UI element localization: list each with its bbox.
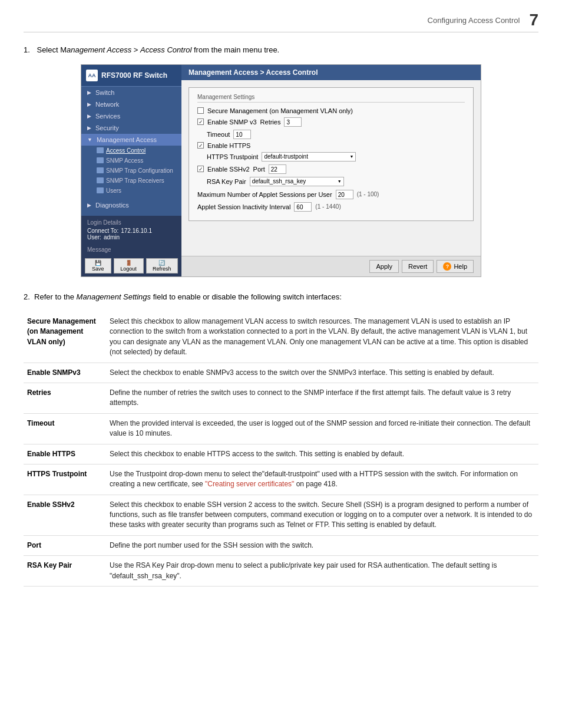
secure-management-row: Secure Management (on Management VLAN on… [197,107,465,114]
sidebar-subitem-snmp-trap-receivers[interactable]: SNMP Trap Receivers [92,176,181,186]
port-label: Port [253,166,265,173]
snmp-trap-receivers-icon [97,177,104,183]
sidebar-subitem-snmp-trap-config[interactable]: SNMP Trap Configuration [92,166,181,176]
retries-input[interactable]: 3 [284,117,302,127]
https-trustpoint-select[interactable]: default-trustpoint [262,152,356,162]
sidebar-label-security: Security [95,124,119,131]
def-port: Define the port number used for the SSH … [106,535,538,555]
chapter-title: Configuring Access Control [428,16,520,25]
management-settings-box: Management Settings Secure Management (o… [189,87,474,221]
max-sessions-input[interactable]: 20 [336,190,353,199]
page-header: Configuring Access Control 7 [24,12,538,32]
step1-number: 1. [24,45,30,54]
main-panel-footer: Apply Revert ? Help [181,256,481,276]
page-number: 7 [529,12,538,28]
timeout-row: Timeout 10 [197,130,465,139]
sidebar-item-diagnostics[interactable]: ▶ Diagnostics [81,199,181,211]
step1-text: Select Management Access > Access Contro… [37,45,279,54]
sidebar-item-management-access[interactable]: ▼ Management Access [81,134,181,146]
brand-name: RFS7000 RF Switch [101,71,167,80]
table-row: Enable SSHv2 Select this checkbox to ena… [24,495,538,535]
subitem-label-users: Users [106,187,121,194]
snmp-access-icon [97,157,104,163]
message-section: Message [81,244,181,255]
mgmt-settings-title: Management Settings [197,94,465,103]
term-https-trustpoint: HTTPS Trustpoint [24,464,106,495]
arrow-icon: ▶ [87,125,91,131]
enable-https-label: Enable HTTPS [207,142,250,149]
table-row: Enable SNMPv3 Select the checkbox to ena… [24,363,538,383]
connect-value: 172.16.10.1 [121,228,152,234]
user-value: admin [104,234,120,241]
enable-snmpv3-checkbox[interactable] [197,118,204,125]
max-sessions-label: Maximum Number of Applet Sessions per Us… [197,191,332,198]
footer-buttons-area: 💾 Save 🚪 Logout 🔄 Refresh [81,255,181,276]
arrow-icon: ▶ [87,113,91,119]
snmp-trap-config-icon [97,167,104,173]
refresh-button[interactable]: 🔄 Refresh [146,258,178,274]
creating-certificates-link[interactable]: "Creating server certificates" [205,480,294,488]
term-retries: Retries [24,383,106,413]
connect-to-row: Connect To: 172.16.10.1 [87,228,176,234]
inactivity-input[interactable]: 60 [294,202,312,212]
sidebar-label-diagnostics: Diagnostics [95,202,129,209]
sidebar-item-switch[interactable]: ▶ Switch [81,87,181,98]
term-timeout: Timeout [24,413,106,444]
sidebar-subitem-users[interactable]: Users [92,186,181,196]
apply-button[interactable]: Apply [369,260,399,273]
subitem-label-snmp-access: SNMP Access [106,157,143,164]
term-rsa-key-pair: RSA Key Pair [24,556,106,587]
rsa-key-pair-row: RSA Key Pair default_ssh_rsa_key [197,177,465,186]
enable-sshv2-row: Enable SSHv2 Port 22 [197,164,465,174]
table-row: RSA Key Pair Use the RSA Key Pair drop-d… [24,556,538,587]
panel-header: Management Access > Access Control [181,65,481,80]
arrow-icon: ▼ [87,137,92,143]
user-label: User: [87,234,101,241]
help-button[interactable]: ? Help [437,260,474,273]
login-details-title: Login Details [87,219,176,226]
subitem-label-access-control: Access Control [106,147,146,154]
term-enable-https: Enable HTTPS [24,444,106,464]
inactivity-row: Applet Session Inactivity Interval 60 (1… [197,202,465,212]
subitem-label-snmp-trap-receivers: SNMP Trap Receivers [106,177,164,184]
arrow-icon: ▶ [87,202,91,208]
sidebar-subitem-access-control[interactable]: Access Control [92,146,181,156]
step2-instruction: 2. Refer to the Management Settings fiel… [24,291,538,303]
term-enable-sshv2: Enable SSHv2 [24,495,106,535]
max-sessions-row: Maximum Number of Applet Sessions per Us… [197,190,465,199]
logout-button[interactable]: 🚪 Logout [114,258,144,274]
enable-sshv2-checkbox[interactable] [197,166,204,172]
sidebar-item-services[interactable]: ▶ Services [81,110,181,122]
sidebar-item-security[interactable]: ▶ Security [81,122,181,134]
def-timeout: When the provided interval is exceeded, … [106,413,538,444]
screenshot-container: AA RFS7000 RF Switch ▶ Switch ▶ Network … [81,64,481,277]
brand-logo: AA [86,70,98,81]
rsa-key-pair-select[interactable]: default_ssh_rsa_key [250,177,344,186]
settings-table: Secure Management (on Management VLAN on… [24,312,538,587]
main-panel: Management Access > Access Control Manag… [181,65,481,276]
def-enable-https: Select this checkbox to enable HTTPS acc… [106,444,538,464]
users-icon [97,187,104,193]
user-row: User: admin [87,234,176,241]
secure-management-checkbox[interactable] [197,107,204,114]
secure-management-label: Secure Management (on Management VLAN on… [207,107,353,114]
table-row: Secure Management (on Management VLAN on… [24,312,538,363]
sidebar-brand: AA RFS7000 RF Switch [81,65,181,87]
step2-number: 2. [24,292,30,301]
sidebar-item-network[interactable]: ▶ Network [81,98,181,110]
def-rsa-key-pair: Use the RSA Key Pair drop-down menu to s… [106,556,538,587]
table-row: Retries Define the number of retries the… [24,383,538,413]
sidebar-label-network: Network [95,101,119,108]
def-https-trustpoint: Use the Trustpoint drop-down menu to sel… [106,464,538,495]
enable-https-checkbox[interactable] [197,142,204,149]
term-port: Port [24,535,106,555]
message-label: Message [87,246,111,253]
revert-button[interactable]: Revert [402,260,434,273]
ui-screenshot: AA RFS7000 RF Switch ▶ Switch ▶ Network … [81,64,481,277]
def-retries: Define the number of retries the switch … [106,383,538,413]
max-sessions-range: (1 - 100) [357,191,379,197]
save-button[interactable]: 💾 Save [85,258,111,274]
sidebar-subitem-snmp-access[interactable]: SNMP Access [92,156,181,166]
timeout-input[interactable]: 10 [233,130,251,139]
port-input[interactable]: 22 [269,164,286,174]
